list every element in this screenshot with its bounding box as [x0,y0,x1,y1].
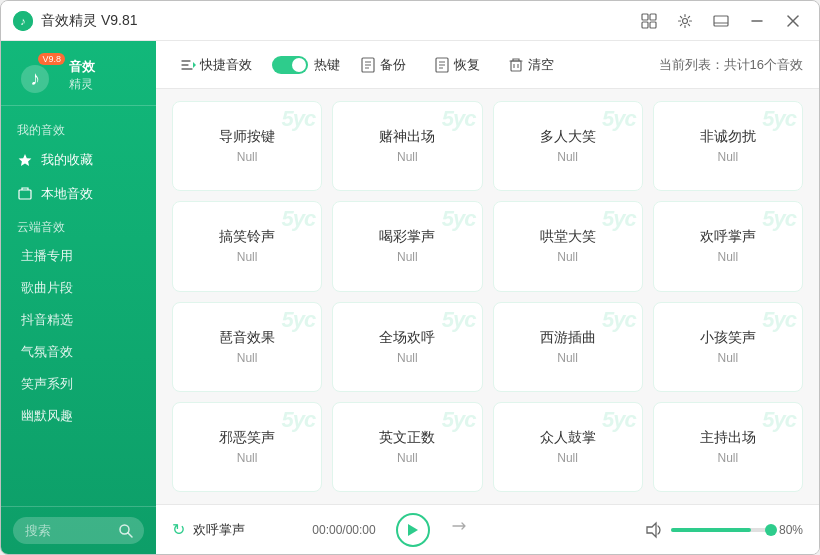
sound-card-name: 众人鼓掌 [540,429,596,447]
volume-slider[interactable] [671,528,771,532]
sound-card[interactable]: 5yc 多人大笑 Null [493,101,643,191]
titlebar: ♪ 音效精灵 V9.81 [1,1,819,41]
sidebar-item-mood[interactable]: 气氛音效 [1,336,156,368]
quick-sound-icon [180,57,196,73]
settings-button[interactable] [671,7,699,35]
svg-rect-2 [642,14,648,20]
sound-card[interactable]: 5yc 导师按键 Null [172,101,322,191]
sidebar-item-laugh[interactable]: 笑声系列 [1,368,156,400]
layout-button[interactable] [635,7,663,35]
sound-card[interactable]: 5yc 众人鼓掌 Null [493,402,643,492]
play-button[interactable] [396,513,430,547]
sidebar-item-douyin[interactable]: 抖音精选 [1,304,156,336]
sound-card[interactable]: 5yc 英文正数 Null [332,402,482,492]
svg-marker-30 [408,524,418,536]
cloud-sounds-section: 云端音效 [1,211,156,240]
sidebar-logo: ♪ V9.8 音效 精灵 [1,41,156,106]
svg-rect-7 [714,16,728,26]
sound-card-watermark: 5yc [442,407,476,433]
sound-card[interactable]: 5yc 欢呼掌声 Null [653,201,803,291]
sound-card-sub: Null [397,150,418,164]
favorites-label: 我的收藏 [41,151,93,169]
sound-card-sub: Null [397,250,418,264]
svg-rect-15 [19,190,31,199]
svg-marker-14 [19,154,32,166]
sound-card[interactable]: 5yc 西游插曲 Null [493,302,643,392]
restore-button[interactable]: 恢复 [426,52,488,78]
sound-card-name: 哄堂大笑 [540,228,596,246]
clear-button[interactable]: 清空 [500,52,562,78]
sound-card[interactable]: 5yc 主持出场 Null [653,402,803,492]
window-title: 音效精灵 V9.81 [41,12,635,30]
svg-rect-3 [650,14,656,20]
window-controls [635,7,807,35]
sound-card[interactable]: 5yc 邪恶笑声 Null [172,402,322,492]
sound-card-watermark: 5yc [762,206,796,232]
close-button[interactable] [779,7,807,35]
svg-rect-27 [511,61,521,71]
sound-card[interactable]: 5yc 非诚勿扰 Null [653,101,803,191]
loop-btn[interactable] [450,519,468,541]
sound-card-name: 多人大笑 [540,128,596,146]
sound-card-name: 邪恶笑声 [219,429,275,447]
sound-card[interactable]: 5yc 喝彩掌声 Null [332,201,482,291]
laugh-label: 笑声系列 [21,375,73,393]
minimize-button[interactable] [743,7,771,35]
sound-card-sub: Null [557,250,578,264]
sound-card-name: 非诚勿扰 [700,128,756,146]
sound-card-watermark: 5yc [762,407,796,433]
restore-icon [434,57,450,73]
svg-text:♪: ♪ [20,15,26,27]
sound-card-name: 全场欢呼 [379,329,435,347]
sidebar-item-songs[interactable]: 歌曲片段 [1,272,156,304]
sound-card[interactable]: 5yc 琶音效果 Null [172,302,322,392]
svg-point-6 [683,18,688,23]
sound-card-watermark: 5yc [282,206,316,232]
player-time: 00:00/00:00 [304,523,384,537]
svg-rect-4 [642,22,648,28]
quick-sound-button[interactable]: 快捷音效 [172,52,260,78]
sound-card-name: 小孩笑声 [700,329,756,347]
sound-card-watermark: 5yc [282,407,316,433]
sound-card-watermark: 5yc [442,307,476,333]
sound-card[interactable]: 5yc 搞笑铃声 Null [172,201,322,291]
svg-line-17 [128,533,132,537]
sound-card-sub: Null [718,451,739,465]
sound-card-sub: Null [237,150,258,164]
restore-label: 恢复 [454,56,480,74]
sound-card-sub: Null [237,250,258,264]
sound-card-watermark: 5yc [282,307,316,333]
content-area: 快捷音效 热键 备份 [156,41,819,554]
svg-marker-18 [193,62,196,68]
local-label: 本地音效 [41,185,93,203]
sidebar-item-humor[interactable]: 幽默风趣 [1,400,156,432]
sound-card[interactable]: 5yc 小孩笑声 Null [653,302,803,392]
sound-card-watermark: 5yc [602,206,636,232]
backup-icon [360,57,376,73]
sound-card-sub: Null [718,150,739,164]
clear-label: 清空 [528,56,554,74]
sidebar-search-area [1,506,156,554]
sound-card[interactable]: 5yc 哄堂大笑 Null [493,201,643,291]
volume-thumb [765,524,777,536]
sound-card-name: 琶音效果 [219,329,275,347]
sound-card-name: 导师按键 [219,128,275,146]
sound-card-sub: Null [557,451,578,465]
svg-marker-31 [647,523,656,537]
sound-card[interactable]: 5yc 赌神出场 Null [332,101,482,191]
sound-card[interactable]: 5yc 全场欢呼 Null [332,302,482,392]
player-bar: ↻ 欢呼掌声 00:00/00:00 [156,504,819,554]
tray-button[interactable] [707,7,735,35]
sidebar-item-favorites[interactable]: 我的收藏 [1,143,156,177]
sidebar-item-local[interactable]: 本地音效 [1,177,156,211]
sidebar-item-anchor[interactable]: 主播专用 [1,240,156,272]
backup-button[interactable]: 备份 [352,52,414,78]
sound-card-name: 搞笑铃声 [219,228,275,246]
sound-card-sub: Null [718,250,739,264]
sound-card-name: 欢呼掌声 [700,228,756,246]
sound-card-watermark: 5yc [602,307,636,333]
hotkey-toggle[interactable] [272,56,308,74]
sound-card-sub: Null [397,451,418,465]
app-window: ♪ 音效精灵 V9.81 [0,0,820,555]
sound-card-watermark: 5yc [762,106,796,132]
